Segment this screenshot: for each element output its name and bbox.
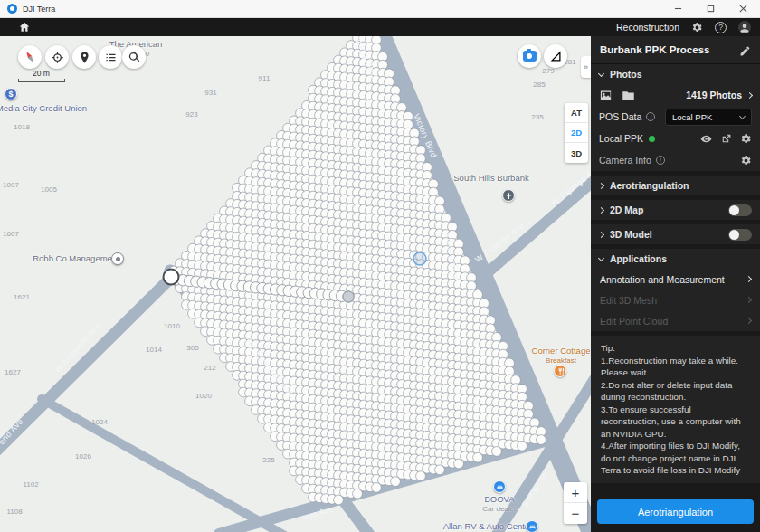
3d-model-toggle[interactable]: [728, 229, 752, 241]
2d-map-section: 2D Map: [591, 200, 760, 220]
help-icon[interactable]: ?: [715, 22, 727, 33]
tip-line: 2.Do not alter or delete input data duri…: [601, 379, 750, 404]
status-dot-green: [649, 136, 655, 142]
camera-icon: [523, 51, 537, 62]
map-scale: 20 m: [18, 69, 65, 82]
info-icon[interactable]: i: [656, 156, 665, 165]
tip-line: 4.After importing files to DJI Modify, d…: [601, 440, 750, 477]
3d-model-section: 3D Model: [591, 224, 760, 244]
chevron-down-icon: [598, 254, 604, 261]
scale-label: 20 m: [33, 69, 65, 78]
2d-map-header[interactable]: 2D Map: [591, 200, 760, 220]
eye-icon[interactable]: [700, 133, 712, 145]
tip-line: 1.Reconstruction may take a while. Pleas…: [601, 355, 750, 379]
image-icon[interactable]: [599, 89, 613, 102]
compass-button[interactable]: [18, 45, 42, 69]
minimize-button[interactable]: [673, 5, 682, 14]
chevron-right-icon: [598, 206, 604, 213]
camera-info-row: Camera Info i: [591, 149, 760, 171]
photos-section-header[interactable]: Photos: [591, 64, 760, 84]
3d-model-header[interactable]: 3D Model: [591, 224, 760, 244]
gear-icon[interactable]: [740, 133, 752, 145]
layer-list-button[interactable]: [99, 45, 122, 69]
photos-section: Photos 1419 Photos POS Data i Local PPK …: [591, 64, 760, 171]
applications-section: Applications Annotation and Measurement …: [591, 249, 760, 331]
road: [42, 399, 285, 532]
close-button[interactable]: [738, 5, 747, 14]
map-canvas[interactable]: Victory BlvdVictory BlvdVictory BlvdW Tu…: [0, 36, 591, 532]
measure-tool-button[interactable]: [544, 44, 567, 68]
zoom-controls: + −: [564, 482, 587, 524]
zoom-in-button[interactable]: +: [564, 482, 587, 503]
camera-photos-button[interactable]: [518, 44, 541, 68]
info-icon[interactable]: i: [646, 112, 655, 121]
maximize-button[interactable]: [706, 5, 715, 14]
map-graphics: [0, 36, 591, 532]
mode-at[interactable]: AT: [565, 103, 588, 123]
tips-block: Tip: 1.Reconstruction may take a while. …: [591, 336, 760, 483]
chevron-down-icon: [598, 70, 604, 76]
settings-gear-icon[interactable]: [691, 22, 703, 33]
home-button[interactable]: [18, 21, 31, 33]
sidebar-item-edit-3d-mesh[interactable]: Edit 3D Mesh: [591, 290, 760, 310]
chevron-right-icon: [598, 182, 604, 188]
photo-count[interactable]: 1419 Photos: [686, 90, 742, 100]
export-icon[interactable]: [720, 133, 732, 145]
tail-end-point: [343, 291, 354, 302]
gcp-ring-marker: [413, 252, 426, 265]
collapse-sidebar-handle[interactable]: »: [581, 56, 591, 78]
window-title: DJI Terra: [23, 5, 55, 14]
chevron-right-icon[interactable]: [746, 91, 753, 98]
home-point-marker: [164, 270, 179, 285]
marker-pin-button[interactable]: [72, 45, 96, 69]
sidebar-item-edit-point-cloud[interactable]: Edit Point Cloud: [591, 310, 760, 331]
aerotriangulation-header[interactable]: Aerotriangulation: [591, 176, 760, 195]
account-avatar[interactable]: [738, 21, 751, 33]
aerotriangulation-button[interactable]: Aerotriangulation: [597, 499, 754, 524]
scale-bar: [18, 79, 65, 82]
right-sidebar: Burbank PPK Process Photos 1419 Photos P…: [591, 36, 760, 532]
gear-icon[interactable]: [740, 155, 752, 166]
edit-pencil-icon[interactable]: [739, 44, 751, 56]
mode-2d[interactable]: 2D: [565, 123, 588, 143]
aerotriangulation-section: Aerotriangulation: [591, 176, 760, 195]
chevron-right-icon: [746, 276, 752, 282]
tip-title: Tip:: [601, 342, 750, 355]
applications-header[interactable]: Applications: [591, 249, 760, 269]
pos-data-row: POS Data i Local PPK: [591, 106, 760, 128]
sidebar-item-annotation-measurement[interactable]: Annotation and Measurement: [591, 269, 760, 290]
local-ppk-row: Local PPK: [591, 128, 760, 149]
reconstruction-tab[interactable]: Reconstruction: [616, 22, 679, 33]
photos-count-row: 1419 Photos: [591, 84, 760, 106]
chevron-right-icon: [598, 231, 604, 237]
2d-map-toggle[interactable]: [728, 204, 752, 216]
zoom-out-button[interactable]: −: [564, 503, 587, 524]
app-logo-icon: [7, 4, 17, 14]
chevron-down-icon: [739, 112, 746, 119]
app-toolbar: Reconstruction ?: [0, 18, 760, 36]
mode-3d[interactable]: 3D: [565, 143, 588, 163]
search-button[interactable]: [122, 45, 146, 69]
project-title: Burbank PPK Process: [600, 44, 709, 55]
chevron-right-icon: [746, 297, 752, 303]
project-title-row: Burbank PPK Process: [591, 36, 760, 64]
window-titlebar: DJI Terra: [0, 0, 760, 18]
pos-data-dropdown[interactable]: Local PPK: [665, 109, 752, 126]
view-mode-switch: AT 2D 3D: [565, 103, 588, 163]
chevron-right-icon: [746, 318, 752, 324]
locate-button[interactable]: [45, 45, 69, 69]
folder-icon[interactable]: [622, 89, 635, 102]
tip-line: 3.To ensure successful reconstruction, u…: [601, 404, 750, 441]
